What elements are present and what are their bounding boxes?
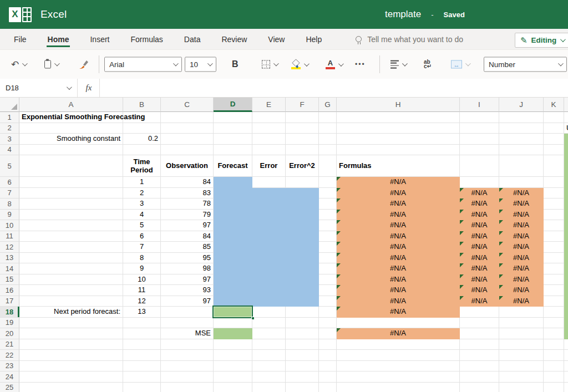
select-all-button[interactable] [0,98,19,112]
cell-E1[interactable] [252,112,286,123]
cell-C11[interactable]: 84 [161,231,214,242]
cell-E15[interactable] [252,274,286,286]
menu-view[interactable]: View [257,29,295,49]
cell-H22[interactable] [337,350,460,361]
row-header-4[interactable]: 4 [0,145,19,156]
cell-F7[interactable] [286,188,319,199]
cell-C1[interactable] [161,112,214,123]
cell-G19[interactable] [319,318,337,329]
cell-F3[interactable] [286,134,319,145]
cell-D5[interactable]: Forecast [214,155,252,177]
cell-H3[interactable] [337,134,460,145]
cell-F23[interactable] [286,361,319,372]
cell-E21[interactable] [252,339,286,350]
cell-I6[interactable] [460,177,499,188]
cell-H9[interactable]: #N/A [337,210,460,221]
cell-L16[interactable] [564,285,568,296]
cell-I22[interactable] [460,350,499,361]
cell-L15[interactable] [564,274,568,286]
cell-I12[interactable]: #N/A [460,242,499,253]
cell-E10[interactable] [252,220,286,231]
cell-B10[interactable]: 5 [123,220,161,231]
cell-F10[interactable] [286,220,319,231]
cell-B3[interactable]: 0.2 [123,134,161,145]
cell-A11[interactable] [19,231,123,242]
cell-J1[interactable] [499,112,544,123]
cell-L6[interactable] [564,177,568,188]
font-name-select[interactable]: Arial [104,57,182,72]
cell-G23[interactable] [319,361,337,372]
cell-K3[interactable] [544,134,564,145]
cell-B22[interactable] [123,350,161,361]
cell-E6[interactable] [252,177,286,188]
cell-B15[interactable]: 10 [123,274,161,286]
cell-L8[interactable] [564,198,568,210]
cell-F24[interactable] [286,371,319,383]
cell-F4[interactable] [286,145,319,156]
column-header-B[interactable]: B [123,98,161,112]
chevron-down-icon[interactable] [22,61,28,67]
cell-I5[interactable] [460,155,499,177]
cell-I21[interactable] [460,339,499,350]
cell-D10[interactable] [214,220,252,231]
cell-F22[interactable] [286,350,319,361]
row-header-5[interactable]: 5 [0,155,19,177]
cell-D20[interactable] [214,328,252,339]
column-header-D[interactable]: D [214,98,252,112]
cell-K2[interactable] [544,123,564,134]
cell-B2[interactable] [123,123,161,134]
cell-A4[interactable] [19,145,123,156]
cell-D4[interactable] [214,145,252,156]
cell-C23[interactable] [161,361,214,372]
column-header-G[interactable]: G [319,98,337,112]
cell-B13[interactable]: 8 [123,253,161,264]
cell-A7[interactable] [19,188,123,199]
cell-A12[interactable] [19,242,123,253]
cell-E12[interactable] [252,242,286,253]
cell-B14[interactable]: 9 [123,263,161,274]
cell-G1[interactable] [319,112,337,123]
cell-G18[interactable] [319,307,337,318]
cell-B5[interactable]: Time Period [123,155,161,177]
cell-L9[interactable] [564,210,568,221]
cell-J14[interactable]: #N/A [499,263,544,274]
cell-B12[interactable]: 7 [123,242,161,253]
cell-B11[interactable]: 6 [123,231,161,242]
cell-K16[interactable] [544,285,564,296]
cell-D25[interactable] [214,383,252,392]
cell-B7[interactable]: 2 [123,188,161,199]
cell-J18[interactable] [499,307,544,318]
cell-A22[interactable] [19,350,123,361]
cell-J7[interactable]: #N/A [499,188,544,199]
cell-B24[interactable] [123,371,161,383]
cell-A8[interactable] [19,198,123,210]
cell-A15[interactable] [19,274,123,286]
cell-G22[interactable] [319,350,337,361]
cell-H17[interactable]: #N/A [337,296,460,307]
cell-E4[interactable] [252,145,286,156]
cell-I8[interactable]: #N/A [460,198,499,210]
cell-D8[interactable] [214,198,252,210]
cell-L1[interactable] [564,112,568,123]
cell-G12[interactable] [319,242,337,253]
cell-D12[interactable] [214,242,252,253]
row-header-21[interactable]: 21 [0,339,19,350]
cell-C12[interactable]: 85 [161,242,214,253]
cell-H6[interactable]: #N/A [337,177,460,188]
cell-B25[interactable] [123,383,161,392]
cell-K12[interactable] [544,242,564,253]
cell-I24[interactable] [460,371,499,383]
tell-me-search[interactable]: Tell me what you want to do [356,29,463,49]
cell-E7[interactable] [252,188,286,199]
font-size-select[interactable]: 10 [185,57,216,72]
cell-D11[interactable] [214,231,252,242]
cell-L25[interactable] [564,383,568,392]
cell-C10[interactable]: 97 [161,220,214,231]
cell-K22[interactable] [544,350,564,361]
cell-K20[interactable] [544,328,564,339]
cell-G2[interactable] [319,123,337,134]
cell-C5[interactable]: Observation [161,155,214,177]
cell-A21[interactable] [19,339,123,350]
chevron-down-icon[interactable] [54,61,60,67]
wrap-text-button[interactable]: ab c↵ [424,60,432,69]
